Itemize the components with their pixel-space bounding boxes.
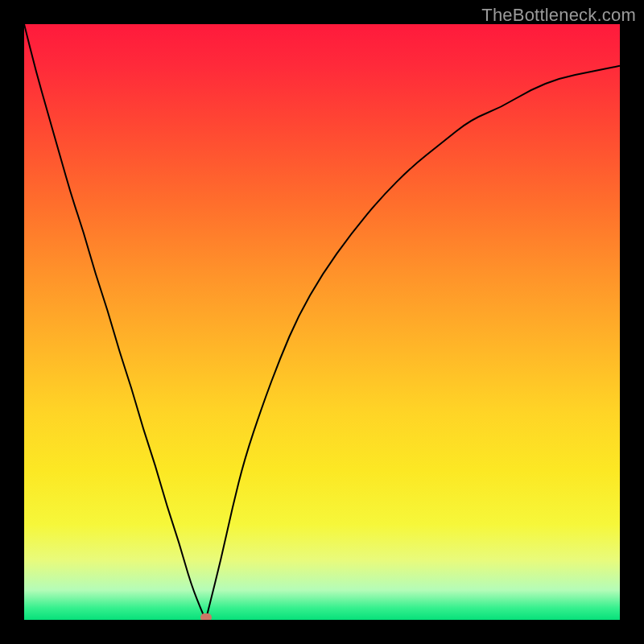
chart-stage: TheBottleneck.com (0, 0, 644, 644)
min-point-marker (200, 613, 212, 620)
plot-area (24, 24, 620, 620)
bottleneck-curve (24, 24, 620, 618)
watermark-text: TheBottleneck.com (481, 5, 636, 26)
curve-svg (24, 24, 620, 620)
